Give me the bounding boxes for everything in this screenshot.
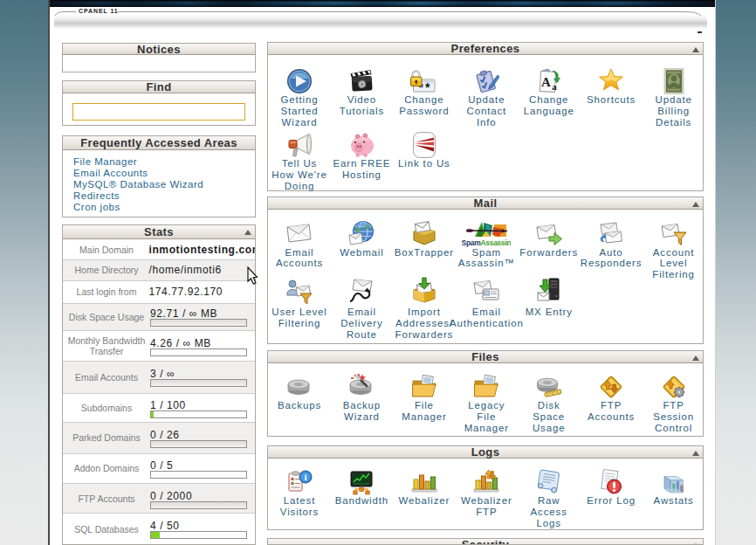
svg-text:a: a — [552, 81, 557, 92]
svg-text:A: A — [541, 75, 551, 89]
svg-text:SpamAssassin: SpamAssassin — [462, 238, 511, 247]
svg-text:i: i — [304, 472, 306, 482]
